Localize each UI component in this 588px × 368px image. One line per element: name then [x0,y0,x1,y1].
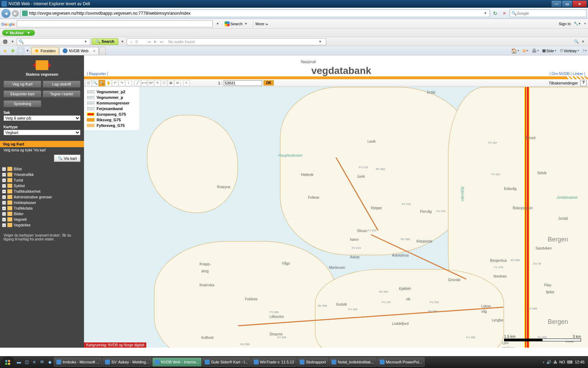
expand-icon[interactable]: + [2,201,6,205]
expand-icon[interactable]: + [2,178,6,182]
back-button[interactable]: ◄ [1,9,10,18]
google-input-dropdown[interactable]: ▾ [215,21,220,26]
tray-keyboard-icon[interactable]: ⌨ [567,360,573,364]
header-right-links[interactable]: | Om NVDB | Linker | [550,71,585,76]
search-q-input[interactable] [24,40,83,44]
expand-icon[interactable]: + [2,184,6,188]
maximize-button[interactable]: ▭ [562,1,572,7]
back-view-icon[interactable]: ↶ [112,80,118,86]
tree-node[interactable]: +Trafikksikkerhet [2,189,82,194]
tab-nvdb[interactable]: NVDB Web ✕ [59,47,99,55]
search-q-dropdown[interactable]: ▾ [83,39,89,44]
search-button[interactable]: 🔍 Search [92,38,118,45]
scale-ok[interactable]: OK [264,80,274,86]
start-button[interactable] [1,357,15,367]
close-button[interactable]: ✕ [573,1,587,7]
tree-node[interactable]: +Administrative grenser [2,194,82,200]
tab-grid-icon[interactable] [17,48,24,54]
feed-icon[interactable]: ▤ [523,48,526,53]
system-tray[interactable]: ‹ 🔊 🖧 NO ⌨ 12:45 [541,360,587,364]
stop-button[interactable]: ✕ [500,9,508,17]
gear-icon[interactable] [2,39,8,45]
tab-close[interactable]: ✕ [93,49,96,53]
tray-lang[interactable]: NO [559,360,565,364]
taskbar-task[interactable]: WinTrade v. 11.5.12 [251,357,297,367]
tree-node[interactable]: +Vegnett [2,217,82,222]
gear-dropdown[interactable]: ▾ [10,39,15,44]
tray-arrow[interactable]: ‹ [543,360,544,364]
media-dropdown[interactable]: ▾ [317,39,323,44]
karttype-select[interactable]: Vegkart [4,130,80,135]
zoom-full-icon[interactable]: ⊡ [85,80,92,86]
btn-veg-og-kart[interactable]: Veg og Kart [4,81,41,88]
ql-ie-icon[interactable]: e [31,359,38,366]
clock[interactable]: 12:45 [575,360,584,364]
address-bar[interactable]: ▾ [20,9,490,17]
feedback-link[interactable]: Tilbakemeldinger [549,81,578,85]
url-input[interactable] [29,11,483,16]
taskbar-task[interactable]: Gule Sider® Kart - I... [202,357,250,367]
scale-input[interactable] [224,80,262,86]
tree-node[interactable]: +Trafikkdata [2,205,82,211]
mail-icon[interactable]: ✉ [174,80,181,86]
btn-tegne[interactable]: Tegne i kartet [43,90,80,97]
tab-forsiden[interactable]: Forsiden [31,47,59,55]
polygon-icon[interactable]: ⬠ [161,80,167,86]
home-dropdown[interactable]: ▾ [518,49,519,52]
header-left-links[interactable]: | Rapporter | [87,71,108,76]
info-icon[interactable]: i [125,80,132,86]
expand-icon[interactable]: + [2,223,6,227]
zoom-in-icon[interactable]: 🔍 [92,80,98,86]
fwd-view-icon[interactable]: ↷ [119,80,125,86]
search-input[interactable] [517,11,585,15]
new-tab[interactable] [99,47,106,55]
expand-icon[interactable]: + [2,173,6,177]
expand-icon[interactable]: + [2,190,6,193]
browser-search[interactable]: 🔍 [510,9,587,17]
play-track[interactable]: ▶ [154,39,157,44]
search-q-box[interactable]: 🔍 ▾ [17,38,90,45]
google-input[interactable] [17,20,213,27]
favorites-star-icon[interactable]: ★ [3,48,7,54]
expand-icon[interactable]: + [2,206,6,210]
add-favorite-icon[interactable]: ✚ [11,48,15,54]
help-button[interactable]: ? [580,80,587,86]
search-dropdown[interactable]: ▾ [120,39,125,44]
map-area[interactable]: FolleseJuvikLavikHetlevikErdalKleppeFlor… [84,87,588,348]
switch-windows-icon[interactable]: ◫ [23,359,30,366]
tree-node[interactable]: +Holdeplasser [2,200,82,205]
mcafee-badge[interactable]: McAfee' ▾ [2,30,35,36]
tree-node[interactable]: +Yrkestrafikk [2,172,82,177]
tools-gear-icon[interactable]: ⚙ [560,48,563,53]
btn-eksporter[interactable]: Eksporter kart [4,90,41,97]
measure-area-icon[interactable]: m² [148,80,154,86]
measure-dist-icon[interactable]: ⟷ [141,80,147,86]
minimize-button[interactable]: — [552,1,561,7]
select-icon[interactable]: ↖ [183,80,190,86]
google-more[interactable]: More ≫ [255,22,268,26]
tray-network-icon[interactable]: 🖧 [553,360,557,364]
forward-button[interactable]: ► [12,10,19,17]
vis-kart-button[interactable]: 🔍 Vis kart [54,155,80,162]
taskbar-task[interactable]: Microsoft PowerPoi... [377,357,425,367]
tree-node[interactable]: +Turist [2,177,82,183]
refresh-button[interactable]: ↻ [491,9,499,17]
clear-icon[interactable]: ✎ [154,80,161,86]
taskbar-task[interactable]: Notat_kollektivtiltak... [329,357,376,367]
tray-volume-icon[interactable]: 🔊 [546,360,551,364]
taskbar-task[interactable]: Innboks - Microsoft ... [54,357,102,367]
taskbar-task[interactable]: Sluttrapport [297,357,328,367]
expand-icon[interactable]: + [2,167,6,171]
tree-node[interactable]: +Bilder [2,211,82,217]
zoom-icon[interactable]: 🔍 [574,39,579,44]
taskbar-task[interactable]: SV: Askøy - Melding... [103,357,152,367]
btn-spredning[interactable]: Spredning [4,100,41,107]
draw-line-icon[interactable]: ╱ [134,80,141,86]
bookmark-icon[interactable]: ✦ [583,21,587,26]
taskbar-task[interactable]: NVDB Web - Interne... [152,357,202,367]
tab-grid-dropdown[interactable]: ▾ [25,48,30,53]
google-signin[interactable]: Sign In [559,22,571,26]
btn-lag-utskrift[interactable]: Lag utskrift [43,81,80,88]
show-desktop-icon[interactable]: ▬ [15,359,22,366]
ql-app-icon[interactable]: ◆ [46,359,53,366]
